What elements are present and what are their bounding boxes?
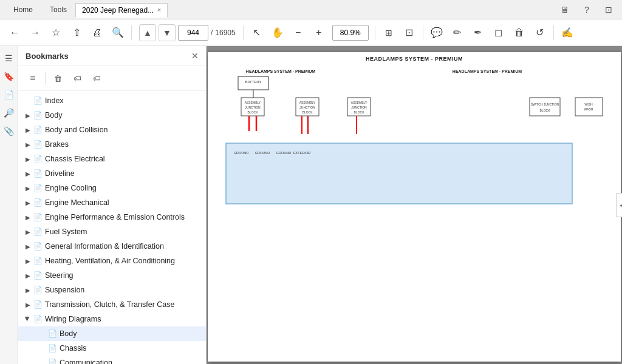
toolbar-sep-4	[423, 25, 423, 40]
page-input[interactable]	[178, 25, 208, 41]
shape-button[interactable]: ◻	[489, 23, 508, 42]
bm-chevron-engine-cooling: ▶	[23, 183, 33, 193]
bookmarks-tree: 📄 Index ▶ 📄 Body ▶ 📄 Body and Collision …	[18, 91, 206, 364]
bm-item-transmission[interactable]: ▶ 📄 Transmission, Clutch, & Transfer Cas…	[18, 297, 206, 312]
svg-text:GROUND: GROUND	[255, 151, 270, 155]
bookmarks-toolbar: ≡ 🗑 🏷 🏷	[18, 66, 206, 91]
upload-button[interactable]: ⇧	[67, 23, 86, 42]
bm-item-brakes[interactable]: ▶ 📄 Brakes	[18, 137, 206, 152]
highlight-button[interactable]: ✒	[468, 23, 488, 42]
bm-doc-icon-general: 📄	[33, 241, 43, 251]
snap-button[interactable]: ⊞	[379, 23, 398, 42]
bm-item-wd-chassis[interactable]: 📄 Chassis	[18, 341, 206, 356]
bookmarks-panel: Bookmarks ✕ ≡ 🗑 🏷 🏷 📄 Index ▶ 📄 Body	[18, 46, 207, 364]
bm-item-wd-communication[interactable]: 📄 Communication	[18, 356, 206, 364]
bm-chevron-hvac: ▶	[23, 256, 33, 266]
print-button[interactable]: 🖨	[87, 23, 107, 42]
tab-tools[interactable]: Tools	[41, 2, 75, 18]
bm-chevron-wd-chassis	[38, 343, 47, 353]
bm-chevron-wd-comm	[38, 358, 47, 364]
forward-button[interactable]: →	[26, 23, 45, 42]
zoom-in-button[interactable]: +	[309, 23, 329, 42]
bm-chevron-brakes: ▶	[23, 140, 33, 149]
bm-label-steering: Steering	[45, 271, 73, 280]
undo-button[interactable]: ↺	[530, 23, 550, 42]
bm-item-engine-performance[interactable]: ▶ 📄 Engine Performance & Emission Contro…	[18, 210, 206, 224]
tab-home[interactable]: Home	[5, 2, 41, 18]
bm-doc-icon-transmission: 📄	[33, 300, 43, 309]
panel-collapse-button[interactable]: ◀	[616, 193, 622, 217]
tab-close-icon[interactable]: ×	[157, 7, 161, 13]
zoom-search-button[interactable]: 🔍	[108, 23, 128, 42]
toolbar-sep-3	[375, 25, 375, 40]
bm-label-engine-cooling: Engine Cooling	[45, 184, 97, 192]
bm-item-engine-mechanical[interactable]: ▶ 📄 Engine Mechanical	[18, 195, 206, 210]
cursor-button[interactable]: ↖	[247, 23, 267, 42]
content-area: ◀ HEADLAMPS SYSTEM - PREMIUM HEADLAMPS S…	[207, 46, 622, 364]
bm-label-wiring-diagrams: Wiring Diagrams	[45, 315, 101, 323]
bm-item-wd-body[interactable]: 📄 Body	[18, 326, 206, 341]
bm-item-steering[interactable]: ▶ 📄 Steering	[18, 268, 206, 283]
bm-doc-icon-engine-perf: 📄	[33, 212, 43, 222]
bm-chevron-body: ▶	[23, 110, 33, 120]
sign-button[interactable]: ✍	[558, 23, 577, 42]
help-icon-btn[interactable]: ?	[578, 1, 595, 18]
bm-label-hvac: Heating, Ventilation, & Air Conditioning	[45, 257, 175, 265]
attach-icon[interactable]: 📎	[2, 124, 16, 138]
bm-label-engine-mechanical: Engine Mechanical	[45, 198, 109, 207]
sidebar-toggle-icon[interactable]: ☰	[2, 51, 16, 66]
bm-sep-1	[45, 72, 46, 84]
bm-chevron-driveline: ▶	[23, 169, 33, 178]
crop-button[interactable]: ⊡	[400, 23, 419, 42]
bm-delete-button[interactable]: 🗑	[49, 70, 66, 87]
bm-item-engine-cooling[interactable]: ▶ 📄 Engine Cooling	[18, 181, 206, 195]
bm-doc-icon-body: 📄	[33, 110, 43, 120]
back-button[interactable]: ←	[5, 23, 24, 42]
bm-item-body[interactable]: ▶ 📄 Body	[18, 108, 206, 123]
bm-item-index[interactable]: 📄 Index	[18, 93, 206, 108]
bm-item-fuel-system[interactable]: ▶ 📄 Fuel System	[18, 224, 206, 239]
svg-text:GROUND: GROUND	[276, 151, 291, 155]
bm-chevron-general: ▶	[23, 241, 33, 251]
bookmarks-close-button[interactable]: ✕	[191, 51, 199, 61]
pdf-page: HEADLAMPS SYSTEM - PREMIUM HEADLAMPS SYS…	[208, 52, 621, 362]
zoom-input[interactable]	[332, 25, 369, 41]
bm-item-general-info[interactable]: ▶ 📄 General Information & Identification	[18, 239, 206, 254]
bm-item-wiring-diagrams[interactable]: ▶ 📄 Wiring Diagrams	[18, 312, 206, 326]
svg-text:HEADLAMPS SYSTEM - PREMIUM: HEADLAMPS SYSTEM - PREMIUM	[453, 69, 522, 73]
prev-page-button[interactable]: ▲	[139, 24, 156, 41]
pen-button[interactable]: ✏	[448, 23, 467, 42]
svg-text:BLOCK: BLOCK	[354, 110, 365, 114]
svg-text:HEADLAMPS SYSTEM - PREMIUM: HEADLAMPS SYSTEM - PREMIUM	[246, 69, 316, 73]
window-icon-btn[interactable]: ⊡	[600, 1, 617, 18]
bm-label-wd-chassis: Chassis	[60, 344, 86, 352]
tab-doc[interactable]: 2020 Jeep Renegad... ×	[75, 3, 168, 18]
hand-button[interactable]: ✋	[268, 23, 287, 42]
delete-button[interactable]: 🗑	[510, 23, 529, 42]
page-sep: /	[211, 29, 213, 37]
bm-doc-icon-steering: 📄	[33, 271, 43, 280]
layers-icon[interactable]: 📄	[2, 87, 16, 102]
side-icons: ☰ 🔖 📄 🔎 📎	[0, 46, 18, 364]
next-page-button[interactable]: ▼	[159, 24, 176, 41]
bm-item-suspension[interactable]: ▶ 📄 Suspension	[18, 283, 206, 297]
comment-button[interactable]: 💬	[427, 23, 446, 42]
bm-item-hvac[interactable]: ▶ 📄 Heating, Ventilation, & Air Conditio…	[18, 254, 206, 268]
bookmarks-icon[interactable]: 🔖	[2, 69, 16, 84]
bm-item-body-collision[interactable]: ▶ 📄 Body and Collision	[18, 123, 206, 137]
bm-doc-icon-engine-cooling: 📄	[33, 183, 43, 193]
bm-doc-icon-wiring: 📄	[33, 314, 43, 324]
bm-menu-button[interactable]: ≡	[24, 70, 41, 87]
bm-tag1-button[interactable]: 🏷	[69, 70, 86, 87]
bm-item-chassis-electrical[interactable]: ▶ 📄 Chassis Electrical	[18, 152, 206, 166]
bookmark-button[interactable]: ☆	[46, 23, 66, 42]
bm-doc-icon-engine-mech: 📄	[33, 198, 43, 207]
zoom-out-button[interactable]: −	[289, 23, 308, 42]
monitor-icon-btn[interactable]: 🖥	[556, 1, 573, 18]
bm-tag2-button[interactable]: 🏷	[88, 70, 105, 87]
bm-chevron-body-collision: ▶	[23, 125, 33, 135]
bm-item-driveline[interactable]: ▶ 📄 Driveline	[18, 166, 206, 181]
toolbar-sep-2	[243, 25, 244, 40]
search-icon[interactable]: 🔎	[2, 106, 16, 120]
svg-text:ASSEMBLY: ASSEMBLY	[299, 101, 316, 104]
